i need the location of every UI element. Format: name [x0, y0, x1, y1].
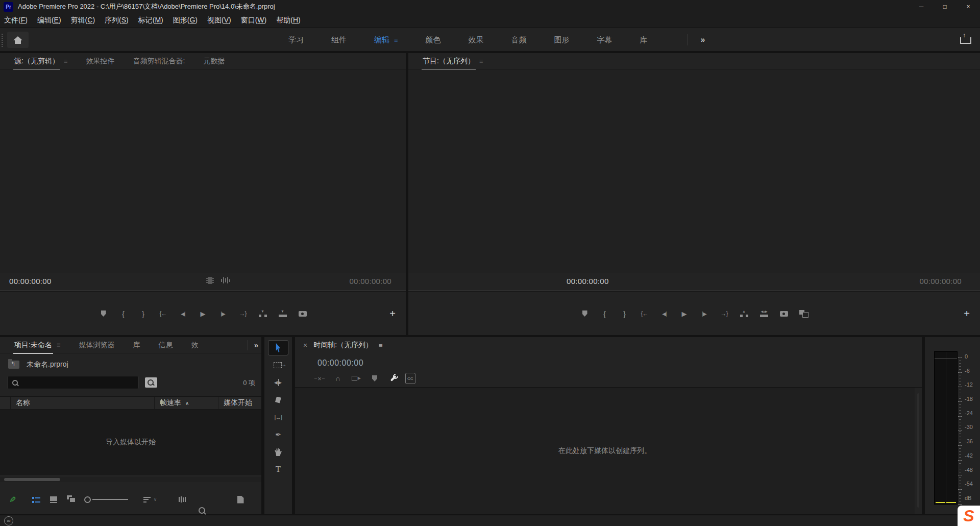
- workspace-overflow-button[interactable]: »: [694, 28, 712, 52]
- export-frame-icon[interactable]: [296, 307, 309, 320]
- list-view-icon[interactable]: [30, 493, 43, 506]
- menu-item[interactable]: 剪辑(C): [71, 16, 95, 25]
- menu-item[interactable]: 图形(G): [173, 16, 198, 25]
- ripple-edit-icon[interactable]: [268, 375, 288, 390]
- source-scrub-bar[interactable]: [0, 291, 406, 291]
- source-position-timecode[interactable]: 00:00:00:00: [9, 277, 52, 285]
- menu-item[interactable]: 标记(M): [138, 16, 163, 25]
- pen-icon[interactable]: ✒: [268, 427, 288, 442]
- razor-icon[interactable]: [268, 392, 288, 408]
- menu-item[interactable]: 视图(V): [207, 16, 231, 25]
- panel-tab[interactable]: 效果控件≡: [77, 53, 124, 69]
- insert-icon[interactable]: [256, 307, 270, 320]
- lift-icon[interactable]: [738, 307, 751, 320]
- panel-tab[interactable]: 节目:（无序列）≡: [413, 53, 492, 69]
- drag-video-only-icon[interactable]: [206, 277, 214, 284]
- workspace-tab[interactable]: 组件≡: [317, 28, 360, 52]
- panel-tab[interactable]: 源:（无剪辑）≡: [5, 53, 77, 69]
- program-add-button[interactable]: +: [961, 308, 973, 320]
- hand-icon[interactable]: [268, 444, 288, 460]
- new-item-icon[interactable]: [234, 493, 247, 506]
- panel-tab[interactable]: 信息≡: [149, 337, 182, 353]
- sort-options-icon[interactable]: [139, 493, 161, 506]
- step-back-icon[interactable]: ◀|: [177, 307, 190, 320]
- menu-item[interactable]: 序列(S): [105, 16, 129, 25]
- add-marker-icon[interactable]: [578, 307, 592, 320]
- overwrite-icon[interactable]: [276, 307, 289, 320]
- menu-item[interactable]: 编辑(E): [37, 16, 61, 25]
- play-icon[interactable]: ▶: [197, 307, 210, 320]
- panel-tab[interactable]: 库≡: [124, 337, 149, 353]
- extract-icon[interactable]: [757, 307, 771, 320]
- column-header[interactable]: 帧速率∧: [154, 397, 218, 409]
- home-button[interactable]: [7, 32, 29, 48]
- export-frame-icon[interactable]: [777, 307, 791, 320]
- workspace-tab[interactable]: 音频≡: [498, 28, 541, 52]
- program-position-timecode[interactable]: 00:00:00:00: [567, 277, 609, 285]
- panel-tab[interactable]: 效≡: [182, 337, 207, 353]
- program-scrub-bar[interactable]: [408, 291, 980, 291]
- timeline-tab-label[interactable]: 时间轴:（无序列）: [313, 341, 373, 350]
- source-add-button[interactable]: +: [386, 308, 399, 320]
- track-select-icon[interactable]: [268, 357, 288, 373]
- snap-icon[interactable]: ∩: [332, 373, 344, 384]
- workspace-tab[interactable]: 图形≡: [541, 28, 583, 52]
- workspace-tab[interactable]: 效果≡: [455, 28, 498, 52]
- panel-tab[interactable]: 项目:未命名≡: [5, 337, 69, 353]
- quick-export-button[interactable]: [959, 33, 974, 47]
- automate-to-sequence-icon[interactable]: [176, 493, 189, 506]
- drag-audio-only-icon[interactable]: [220, 277, 230, 284]
- mark-out-icon[interactable]: }: [137, 307, 150, 320]
- new-search-bin-button[interactable]: [145, 377, 157, 388]
- column-header[interactable]: 名称: [10, 397, 154, 409]
- play-icon[interactable]: ▶: [678, 307, 691, 320]
- close-panel-icon[interactable]: ×: [303, 341, 307, 349]
- column-header[interactable]: 媒体开始: [218, 397, 261, 409]
- maximize-button[interactable]: □: [933, 0, 957, 13]
- zoom-slider-icon[interactable]: [84, 493, 131, 506]
- mark-in-icon[interactable]: {: [117, 307, 130, 320]
- type-icon[interactable]: T: [268, 462, 288, 477]
- menu-item[interactable]: 帮助(H): [276, 16, 300, 25]
- project-writable-icon[interactable]: [6, 493, 19, 506]
- workspace-tab[interactable]: 编辑≡: [360, 28, 412, 52]
- captions-icon[interactable]: CC: [405, 373, 415, 384]
- menu-item[interactable]: 文件(F): [4, 16, 28, 25]
- add-marker-icon[interactable]: [369, 373, 381, 384]
- compare-view-icon[interactable]: [797, 307, 811, 320]
- project-tabs-overflow-button[interactable]: »: [248, 340, 258, 350]
- step-forward-icon[interactable]: |▶: [216, 307, 230, 320]
- goto-out-icon[interactable]: →}: [236, 307, 250, 320]
- add-marker-icon[interactable]: [97, 307, 110, 320]
- goto-in-icon[interactable]: {←: [157, 307, 170, 320]
- project-search-input[interactable]: [22, 379, 132, 387]
- workspace-tab[interactable]: 学习≡: [275, 28, 317, 52]
- goto-in-icon[interactable]: {←: [638, 307, 651, 320]
- icon-view-icon[interactable]: [47, 493, 60, 506]
- selection-icon[interactable]: [268, 340, 288, 355]
- creative-cloud-icon[interactable]: ∞: [4, 516, 13, 525]
- timeline-vertical-scrollbar[interactable]: [917, 393, 919, 508]
- project-item-list[interactable]: 导入媒体以开始: [0, 410, 261, 475]
- timeline-menu-icon[interactable]: ≡: [379, 342, 383, 349]
- goto-out-icon[interactable]: →}: [718, 307, 731, 320]
- display-settings-icon[interactable]: [387, 373, 399, 384]
- close-button[interactable]: ×: [957, 0, 980, 13]
- project-root-item[interactable]: 未命名.prproj: [0, 356, 261, 373]
- minimize-button[interactable]: ─: [910, 0, 933, 13]
- step-forward-icon[interactable]: |▶: [698, 307, 711, 320]
- workspace-tab[interactable]: 字幕≡: [583, 28, 626, 52]
- timeline-timecode[interactable]: 00:00:00:00: [317, 358, 363, 368]
- timeline-track-area[interactable]: 在此处放下媒体以创建序列。: [295, 388, 915, 514]
- freeform-view-icon[interactable]: [65, 493, 78, 506]
- audio-meter-bars[interactable]: [934, 351, 958, 505]
- panel-tab[interactable]: 音频剪辑混合器:≡: [124, 53, 194, 69]
- slip-icon[interactable]: |↔|: [268, 410, 288, 425]
- menu-item[interactable]: 窗口(W): [241, 16, 267, 25]
- workspace-tab[interactable]: 库≡: [626, 28, 662, 52]
- panel-tab[interactable]: 媒体浏览器≡: [69, 337, 124, 353]
- insert-overwrite-toggle-icon[interactable]: ×: [313, 373, 326, 384]
- mark-in-icon[interactable]: {: [598, 307, 611, 320]
- scrollbar-thumb[interactable]: [4, 478, 60, 481]
- panel-tab[interactable]: 元数据≡: [194, 53, 234, 69]
